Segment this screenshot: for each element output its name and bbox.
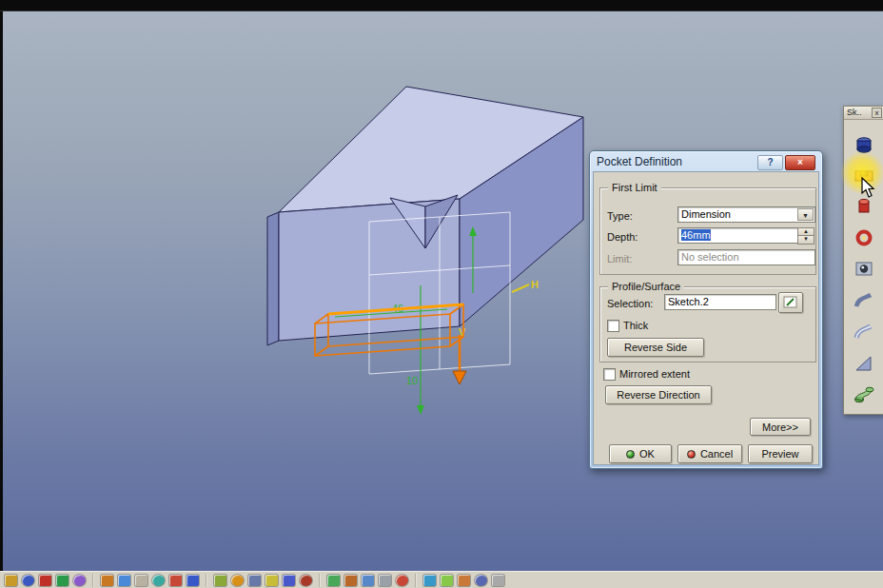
palette-titlebar[interactable]: Sk.. x — [844, 107, 883, 120]
more-button[interactable]: More>> — [750, 418, 811, 436]
bottom-toolbar-icon[interactable] — [22, 575, 34, 586]
toolbar-separator — [319, 574, 321, 587]
bottom-toolbar-icon[interactable] — [396, 575, 408, 586]
bottom-toolbar-icon[interactable] — [248, 575, 261, 586]
slot-icon[interactable] — [844, 316, 883, 347]
bottom-toolbar-icon[interactable] — [283, 575, 295, 586]
toolbar-separator — [415, 574, 417, 587]
sketch-icon — [783, 296, 798, 309]
bottom-toolbar-icon[interactable] — [300, 575, 312, 586]
spinner-down-icon[interactable]: ▼ — [797, 235, 814, 245]
type-label: Type: — [607, 210, 633, 222]
dimension-depth-label: 10 — [406, 375, 418, 386]
selection-label: Selection: — [607, 298, 653, 309]
palette-icons — [844, 120, 883, 414]
type-value: Dimension — [681, 208, 731, 220]
bottom-toolbar-icon[interactable] — [265, 575, 278, 586]
bottom-toolbar-icon[interactable] — [231, 575, 244, 586]
dialog-title: Pocket Definition — [597, 155, 682, 168]
hole-icon[interactable] — [844, 253, 883, 284]
bottom-toolbar-icon[interactable] — [362, 575, 374, 586]
multi-sections-solid-icon[interactable] — [844, 379, 883, 410]
bottom-toolbar-icon[interactable] — [344, 575, 357, 586]
pocket-icon[interactable] — [844, 159, 883, 190]
bottom-toolbar-icon[interactable] — [118, 575, 130, 586]
profile-surface-legend: Profile/Surface — [608, 281, 684, 292]
stiffener-icon[interactable] — [844, 347, 883, 379]
rib-icon[interactable] — [844, 284, 883, 316]
bottom-toolbar-icon[interactable] — [135, 575, 147, 586]
selection-value: Sketch.2 — [668, 296, 709, 307]
toolbar-separator — [206, 574, 207, 587]
mirrored-extent-checkbox[interactable] — [603, 368, 616, 381]
depth-spinner[interactable]: ▲ ▼ — [797, 227, 813, 244]
shaft-icon[interactable] — [844, 190, 883, 222]
depth-label: Depth: — [607, 231, 638, 243]
ok-button[interactable]: OK — [609, 444, 672, 463]
bottom-toolbar-icons — [5, 574, 504, 587]
sketch-based-features-toolbar: Sk.. x — [843, 106, 883, 415]
thick-label: Thick — [623, 320, 648, 331]
thick-checkbox[interactable] — [607, 320, 619, 332]
toolbar-separator — [92, 574, 94, 587]
h-axis-label: H — [531, 279, 539, 290]
dialog-close-button[interactable]: × — [785, 155, 815, 170]
bottom-toolbar-icon[interactable] — [56, 575, 69, 586]
mirrored-extent-label: Mirrored extent — [619, 368, 690, 380]
chevron-down-icon[interactable]: ▼ — [797, 208, 814, 221]
cancel-status-icon — [687, 450, 696, 459]
limit-label: Limit: — [607, 253, 632, 265]
bottom-toolbar-icon[interactable] — [441, 575, 453, 586]
edit-sketch-button[interactable] — [778, 292, 803, 313]
window-left-edge — [0, 10, 3, 571]
groove-icon[interactable] — [844, 222, 883, 253]
bottom-toolbar-icon[interactable] — [492, 575, 504, 586]
palette-close-button[interactable]: x — [872, 108, 882, 118]
depth-value: 46mm — [681, 229, 711, 241]
bottom-toolbar-icon[interactable] — [423, 575, 436, 586]
first-limit-legend: First Limit — [608, 182, 661, 193]
bottom-toolbar-icon[interactable] — [5, 575, 17, 586]
h-axis-line — [512, 284, 529, 292]
window-titlebar[interactable] — [0, 0, 883, 11]
bottom-toolbar-icon[interactable] — [101, 575, 113, 586]
bottom-toolbar-icon[interactable] — [152, 575, 165, 586]
cancel-label: Cancel — [700, 448, 733, 460]
limit-placeholder: No selection — [681, 251, 739, 263]
bottom-toolbar-icon[interactable] — [186, 575, 199, 586]
bottom-toolbar-icon[interactable] — [169, 575, 182, 586]
bottom-toolbar-icon[interactable] — [73, 575, 86, 586]
preview-label: Preview — [761, 448, 798, 460]
type-combobox[interactable]: Dimension ▼ — [677, 206, 815, 223]
dialog-body: First Limit Type: Dimension ▼ Depth: 46m… — [593, 171, 819, 465]
preview-button[interactable]: Preview — [748, 444, 813, 463]
bottom-toolbar-icon[interactable] — [475, 575, 487, 586]
reverse-direction-button[interactable]: Reverse Direction — [605, 385, 712, 404]
ok-status-icon — [626, 450, 635, 459]
bottom-toolbar-icon[interactable] — [379, 575, 391, 586]
bottom-toolbar-icon[interactable] — [458, 575, 470, 586]
limit-input[interactable]: No selection — [677, 249, 815, 265]
reverse-side-button[interactable]: Reverse Side — [607, 338, 704, 357]
pocket-definition-dialog: Pocket Definition ? × First Limit Type: … — [589, 150, 823, 469]
bottom-toolbar-icon[interactable] — [39, 575, 51, 586]
bottom-toolbar-icon[interactable] — [214, 575, 226, 586]
ok-label: OK — [639, 448, 655, 460]
selection-input[interactable]: Sketch.2 — [664, 294, 776, 310]
cancel-button[interactable]: Cancel — [677, 444, 742, 463]
bottom-toolbar-icon[interactable] — [327, 575, 340, 586]
dialog-help-button[interactable]: ? — [757, 155, 783, 170]
bottom-toolbar — [0, 571, 883, 588]
pad-icon[interactable] — [844, 127, 883, 159]
depth-input[interactable]: 46mm — [677, 227, 799, 244]
palette-title: Sk.. — [847, 108, 862, 117]
